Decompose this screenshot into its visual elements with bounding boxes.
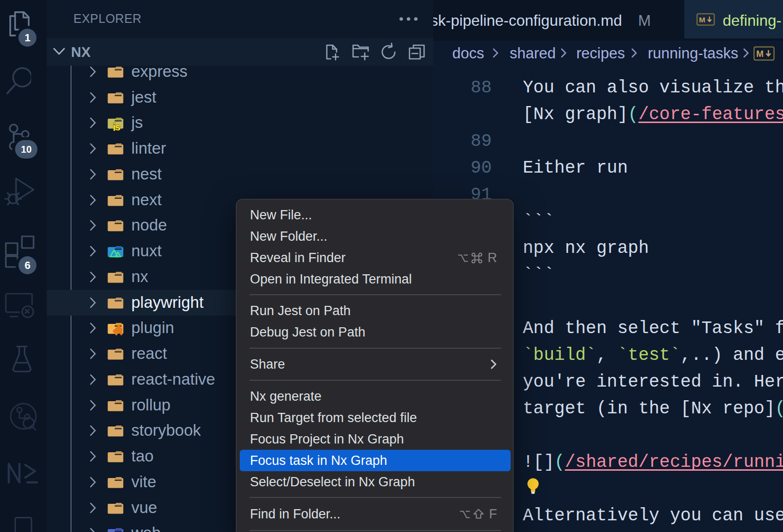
svg-text:M: M	[699, 16, 705, 24]
svg-text:M: M	[756, 49, 764, 59]
svg-text:js: js	[112, 121, 120, 131]
